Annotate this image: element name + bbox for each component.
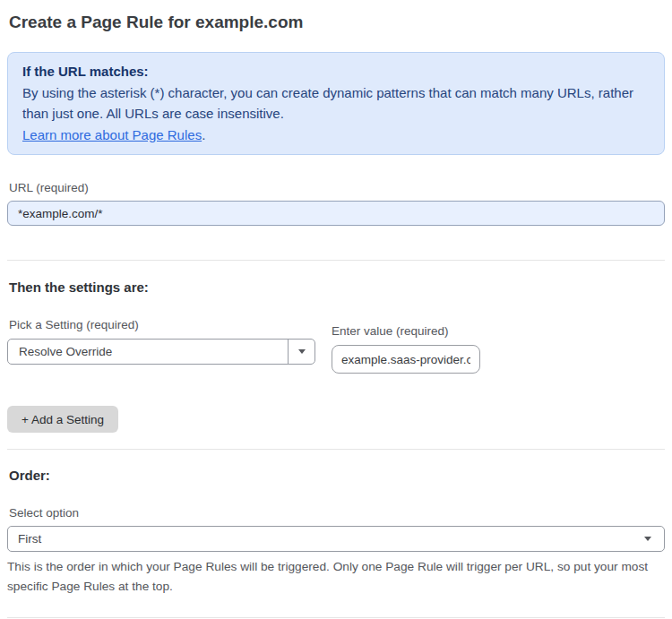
order-select-label: Select option bbox=[7, 505, 665, 520]
divider bbox=[7, 617, 665, 618]
pick-setting-label: Pick a Setting (required) bbox=[7, 317, 315, 332]
url-input[interactable] bbox=[7, 201, 665, 226]
divider bbox=[7, 449, 665, 450]
pick-setting-dropdown-button[interactable] bbox=[288, 340, 314, 364]
order-caret-wrap bbox=[644, 537, 664, 541]
divider bbox=[7, 260, 665, 261]
info-box-body: By using the asterisk (*) character, you… bbox=[22, 82, 650, 125]
settings-section-heading: Then the settings are: bbox=[7, 279, 665, 296]
enter-value-label: Enter value (required) bbox=[332, 323, 480, 339]
pick-setting-select[interactable]: Resolve Override bbox=[7, 339, 315, 365]
page-title: Create a Page Rule for example.com bbox=[7, 0, 665, 33]
order-section-heading: Order: bbox=[7, 467, 665, 484]
order-select[interactable]: First bbox=[7, 526, 665, 552]
url-field-label: URL (required) bbox=[7, 180, 665, 195]
pick-setting-selected-value: Resolve Override bbox=[8, 345, 288, 358]
url-match-info-box: If the URL matches: By using the asteris… bbox=[7, 52, 665, 155]
link-suffix: . bbox=[202, 127, 205, 142]
order-help-text: This is the order in which your Page Rul… bbox=[7, 557, 665, 597]
settings-row: Pick a Setting (required) Resolve Overri… bbox=[7, 317, 665, 374]
enter-value-column: Enter value (required) bbox=[332, 323, 480, 374]
add-setting-button[interactable]: + Add a Setting bbox=[7, 406, 118, 433]
info-box-heading: If the URL matches: bbox=[22, 61, 650, 82]
pick-setting-column: Pick a Setting (required) Resolve Overri… bbox=[7, 317, 315, 365]
caret-down-icon bbox=[298, 349, 306, 354]
learn-more-link[interactable]: Learn more about Page Rules bbox=[22, 127, 202, 142]
info-box-link-line: Learn more about Page Rules. bbox=[22, 125, 650, 146]
caret-down-icon bbox=[644, 537, 651, 541]
setting-value-input[interactable] bbox=[332, 345, 480, 374]
order-selected-value: First bbox=[8, 532, 644, 546]
